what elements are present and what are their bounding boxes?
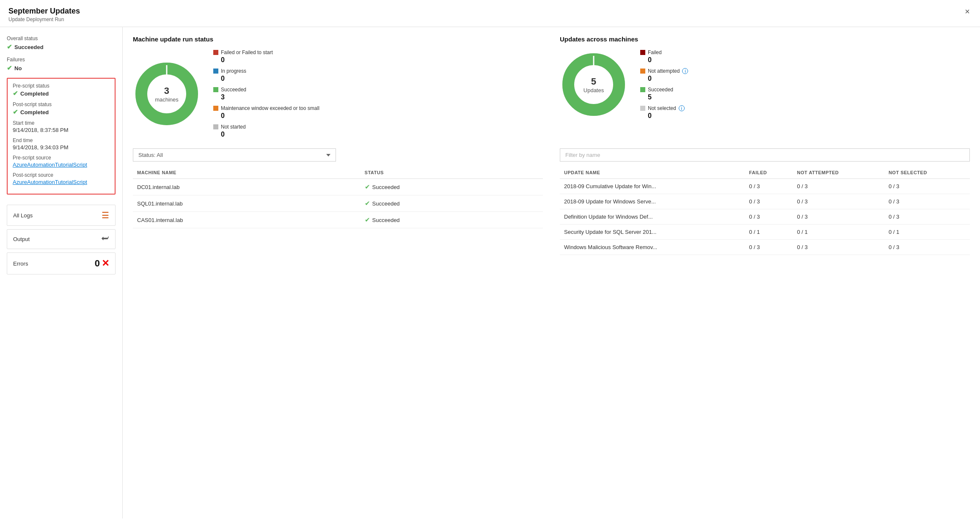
modal-subtitle: Update Deployment Run [8, 16, 80, 22]
legend-name-succeeded: Succeeded [221, 87, 246, 93]
update-name-cell: 2018-09 Update for Windows Serve... [560, 194, 745, 209]
update-failed-cell: 0 / 3 [745, 240, 793, 255]
failures-check-icon: ✔ [7, 64, 12, 72]
errors-label: Errors [13, 260, 28, 267]
machine-table: MACHINE NAME STATUS DC01.internal.lab ✔ … [133, 167, 543, 228]
overall-status-value: ✔ Succeeded [7, 43, 116, 51]
failures-label: Failures [7, 57, 116, 63]
machine-status-cell: ✔ Succeeded [361, 195, 543, 212]
update-not-attempted-cell: 0 / 1 [793, 225, 884, 240]
end-time-label: End time [13, 137, 110, 143]
post-check-icon: ✔ [13, 108, 18, 116]
updates-legend-value-succeeded: 5 [640, 93, 688, 101]
updates-filter-input[interactable] [560, 148, 970, 162]
table-row: Definition Update for Windows Def... 0 /… [560, 209, 970, 225]
failures-value: ✔ No [7, 64, 116, 72]
updates-donut-text: Updates [584, 87, 604, 93]
updates-legend-color-notselected [640, 106, 645, 111]
table-row: Windows Malicious Software Remov... 0 / … [560, 240, 970, 255]
updates-legend-succeeded: Succeeded 5 [640, 87, 688, 101]
output-label: Output [13, 236, 30, 242]
output-card[interactable]: Output ⮨ [7, 229, 116, 249]
legend-maintenance: Maintenance window exceeded or too small… [213, 105, 319, 120]
legend-in-progress: In progress 0 [213, 68, 319, 82]
post-script-status-section: Post-script status ✔ Completed [13, 101, 110, 116]
not-selected-info-icon[interactable]: i [679, 105, 685, 111]
machine-donut-number: 3 [155, 85, 179, 96]
updates-legend-name-notattempted: Not attempted [648, 68, 680, 74]
legend-name-inprogress: In progress [221, 68, 246, 74]
updates-legend-color-failed [640, 50, 645, 55]
legend-name-maintenance: Maintenance window exceeded or too small [221, 105, 319, 111]
legend-not-started: Not started 0 [213, 124, 319, 138]
status-check-icon: ✔ [365, 200, 370, 207]
updates-table-section: UPDATE NAME FAILED NOT ATTEMPTED NOT SEL… [560, 148, 970, 255]
updates-donut-wrap: 5 Updates [560, 51, 628, 118]
update-failed-cell: 0 / 3 [745, 209, 793, 225]
close-button[interactable]: × [963, 7, 972, 16]
status-check-icon: ✔ [365, 216, 370, 224]
updates-legend-value-notattempted: 0 [640, 75, 688, 82]
post-script-source-value[interactable]: AzureAutomationTutorialScript [13, 179, 110, 185]
pre-script-status-label: Pre-script status [13, 83, 110, 89]
errors-card[interactable]: Errors 0 ✕ [7, 252, 116, 274]
updates-legend-value-failed: 0 [640, 56, 688, 64]
update-not-selected-cell: 0 / 3 [884, 194, 970, 209]
legend-succeeded: Succeeded 3 [213, 87, 319, 101]
overall-status-section: Overall status ✔ Succeeded [7, 36, 116, 51]
updates-panel: Updates across machines 5 Updates [560, 36, 970, 138]
pre-script-status-section: Pre-script status ✔ Completed [13, 83, 110, 97]
machine-donut-wrap: 3 machines [133, 60, 201, 128]
modal-header: September Updates Update Deployment Run … [0, 0, 980, 27]
end-time-section: End time 9/14/2018, 9:34:03 PM [13, 137, 110, 151]
legend-color-succeeded [213, 87, 218, 92]
updates-table: UPDATE NAME FAILED NOT ATTEMPTED NOT SEL… [560, 167, 970, 255]
not-attempted-info-icon[interactable]: i [682, 68, 688, 74]
errors-count-group: 0 ✕ [95, 258, 109, 269]
update-not-attempted-cell: 0 / 3 [793, 209, 884, 225]
update-not-attempted-cell: 0 / 3 [793, 194, 884, 209]
post-script-source-section: Post-script source AzureAutomationTutori… [13, 172, 110, 185]
machine-table-section: Status: All MACHINE NAME STATUS DC01.int… [133, 148, 543, 255]
legend-value-notstarted: 0 [213, 131, 319, 138]
end-time-value: 9/14/2018, 9:34:03 PM [13, 144, 110, 151]
modal-title: September Updates [8, 7, 80, 16]
pre-script-source-section: Pre-script source AzureAutomationTutoria… [13, 155, 110, 168]
machine-status-filter[interactable]: Status: All [133, 148, 336, 162]
updates-legend-name-failed: Failed [648, 49, 662, 55]
left-panel: Overall status ✔ Succeeded Failures ✔ No… [0, 27, 123, 518]
machine-name-cell: SQL01.internal.lab [133, 195, 361, 212]
updates-panel-title: Updates across machines [560, 36, 970, 43]
update-failed-cell: 0 / 3 [745, 194, 793, 209]
start-time-label: Start time [13, 120, 110, 126]
table-row: SQL01.internal.lab ✔ Succeeded [133, 195, 543, 212]
update-name-cell: Security Update for SQL Server 201... [560, 225, 745, 240]
legend-color-maintenance [213, 106, 218, 111]
machine-legend: Failed or Failed to start 0 In progress … [213, 49, 319, 138]
updates-legend-value-notselected: 0 [640, 112, 688, 120]
table-row: Security Update for SQL Server 201... 0 … [560, 225, 970, 240]
update-name-cell: Windows Malicious Software Remov... [560, 240, 745, 255]
legend-name-notstarted: Not started [221, 124, 246, 130]
machine-donut-text: machines [155, 96, 179, 103]
col-failed: FAILED [745, 167, 793, 179]
status-check-icon: ✔ [365, 183, 370, 191]
all-logs-card[interactable]: All Logs ☰ [7, 205, 116, 226]
all-logs-icon: ☰ [102, 210, 109, 220]
updates-legend-not-selected: Not selected i 0 [640, 105, 688, 120]
table-row: DC01.internal.lab ✔ Succeeded [133, 179, 543, 195]
updates-legend-color-notattempted [640, 69, 645, 74]
legend-color-failed [213, 50, 218, 55]
updates-legend-color-succeeded [640, 87, 645, 92]
post-script-status-value: ✔ Completed [13, 108, 110, 116]
errors-count: 0 [95, 258, 100, 269]
update-not-attempted-cell: 0 / 3 [793, 179, 884, 194]
pre-script-status-value: ✔ Completed [13, 90, 110, 97]
legend-value-succeeded: 3 [213, 93, 319, 101]
machine-panel-title: Machine update run status [133, 36, 543, 43]
pre-script-source-value[interactable]: AzureAutomationTutorialScript [13, 162, 110, 168]
updates-legend-not-attempted: Not attempted i 0 [640, 68, 688, 82]
col-update-name: UPDATE NAME [560, 167, 745, 179]
output-icon: ⮨ [102, 235, 109, 244]
errors-x-icon: ✕ [102, 258, 109, 269]
